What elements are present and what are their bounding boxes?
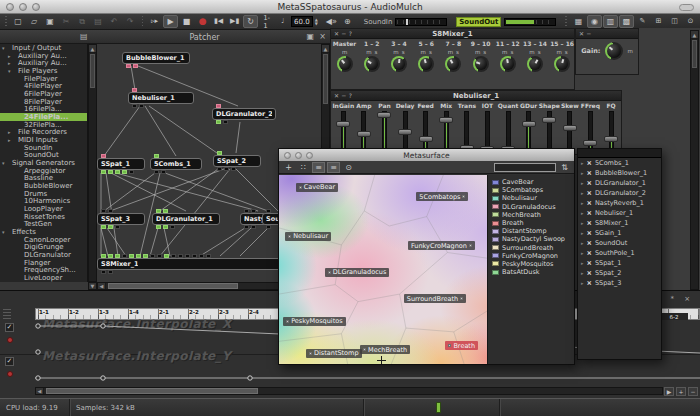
lane-grip[interactable] <box>3 309 11 319</box>
output-port[interactable] <box>139 104 144 108</box>
remove-contraption-icon[interactable]: × <box>587 190 592 197</box>
snapshot-list-item[interactable]: Breath <box>488 219 574 227</box>
output-port[interactable] <box>101 270 106 274</box>
close-window-button[interactable] <box>284 152 291 159</box>
snapshot-search-input[interactable] <box>494 163 556 172</box>
tree-item[interactable]: ▸MIDI Inputs <box>0 136 87 144</box>
channel-solo-button[interactable]: s <box>402 49 405 55</box>
collapse-arrow-icon[interactable]: ▸ <box>8 53 13 59</box>
output-port[interactable] <box>170 225 175 229</box>
tempo-input[interactable]: 60.0 <box>291 16 313 27</box>
tree-item[interactable]: Flanger <box>0 259 87 267</box>
patcher-node[interactable]: DLGranulator_2 <box>212 108 276 120</box>
effect-slider[interactable]: FFreq <box>580 102 601 154</box>
input-port[interactable] <box>251 209 256 213</box>
show-metasurface-button[interactable]: ▩ <box>619 15 634 28</box>
slider-handle[interactable] <box>398 129 412 135</box>
audio-on-button[interactable]: ◀» <box>324 15 339 28</box>
slider-track[interactable] <box>464 111 469 152</box>
input-port[interactable] <box>156 209 161 213</box>
gain-mute-button[interactable]: m <box>627 48 632 54</box>
channel-mute-button[interactable]: m <box>475 49 480 55</box>
input-port[interactable] <box>129 254 134 258</box>
slider-handle[interactable] <box>419 136 433 142</box>
scroll-up-icon[interactable]: ▲ <box>89 45 96 53</box>
add-snapshot-button[interactable]: + <box>282 162 295 173</box>
effect-slider[interactable]: InGain <box>333 102 354 154</box>
zoom-out-button[interactable]: − <box>688 387 698 396</box>
output-port[interactable] <box>126 64 131 68</box>
snapshot-tag[interactable]: Breath <box>445 341 478 350</box>
paste-button[interactable]: ▤ <box>91 15 106 28</box>
effect-slider[interactable]: IOT <box>477 102 498 154</box>
right-scroll-thumb[interactable] <box>692 40 697 68</box>
input-port[interactable] <box>192 254 197 258</box>
snapshot-tag[interactable]: SurroundBreath <box>404 294 466 303</box>
expand-arrow-icon[interactable]: ▾ <box>2 229 7 235</box>
output-port[interactable] <box>217 167 222 171</box>
patcher-node[interactable]: DLGranulator_1 <box>152 213 220 225</box>
output-port[interactable] <box>251 225 256 229</box>
tree-scroll-thumb[interactable] <box>90 54 95 88</box>
go-to-start-button[interactable]: ▮◀ <box>211 15 226 28</box>
envelope-point[interactable] <box>248 376 252 380</box>
mixer-titlebar[interactable]: ✕ ─ ? S8Mixer_1 <box>331 29 574 39</box>
remove-contraption-icon[interactable]: × <box>587 270 592 277</box>
tree-item[interactable]: ▸File Recorders <box>0 128 87 136</box>
input-port[interactable] <box>216 104 221 108</box>
slider-track[interactable] <box>444 111 449 152</box>
effect-slider[interactable]: Amp <box>354 102 375 154</box>
slider-track[interactable] <box>567 111 572 152</box>
snapshot-list-item[interactable]: BatsAtDusk <box>488 268 574 276</box>
effect-slider[interactable]: Pan <box>374 102 395 154</box>
remove-contraption-icon[interactable]: × <box>587 210 592 217</box>
soundout-meter[interactable] <box>504 18 556 26</box>
contraption-row[interactable]: ▸×DLGranulator_2 <box>578 188 661 198</box>
snapshot-list-item[interactable]: SurroundBreath <box>488 244 574 252</box>
channel-solo-button[interactable]: s <box>375 49 378 55</box>
expand-arrow-icon[interactable]: ▸ <box>581 260 584 266</box>
slider-track[interactable] <box>382 111 387 152</box>
output-port[interactable] <box>266 225 271 229</box>
slider-track[interactable] <box>526 111 531 152</box>
remove-contraption-icon[interactable]: × <box>587 200 592 207</box>
channel-knob[interactable] <box>473 56 489 72</box>
show-patcher-button[interactable]: ▦ <box>571 15 586 28</box>
tree-item[interactable]: LiveLooper <box>0 274 87 282</box>
snapshot-list-item[interactable]: DistantStomp <box>488 227 574 235</box>
input-port[interactable] <box>150 254 155 258</box>
tree-item[interactable]: FrequencySh... <box>0 266 87 274</box>
tree-item[interactable]: 16FilePla... <box>0 105 87 113</box>
expand-arrow-icon[interactable]: ▸ <box>581 240 584 246</box>
metronome-icon[interactable]: ♩ <box>275 15 290 28</box>
automation-hscroll-thumb[interactable] <box>46 388 258 394</box>
slider-track[interactable] <box>547 111 552 152</box>
tree-item[interactable]: FilePlayer <box>0 75 87 83</box>
input-port[interactable] <box>185 254 190 258</box>
expand-arrow-icon[interactable]: ▾ <box>2 45 7 51</box>
automation-close-icon[interactable]: × <box>684 295 690 303</box>
contraption-row[interactable]: ▸×Nebuliser_1 <box>578 208 661 218</box>
remove-contraption-icon[interactable]: × <box>587 260 592 267</box>
channel-solo-button[interactable]: s <box>510 49 513 55</box>
toolbar-grip[interactable] <box>565 16 567 27</box>
patcher-node[interactable]: 5Combs_1 <box>150 158 202 170</box>
tree-item[interactable]: ▾File Players <box>0 67 87 75</box>
effect-titlebar[interactable]: ✕ ─ ? Nebuliser_1 <box>331 91 621 101</box>
channel-mute-button[interactable]: m <box>448 49 453 55</box>
tree-item[interactable]: LoopPlayer <box>0 205 87 213</box>
zoom-window-button[interactable] <box>306 152 313 159</box>
slider-handle[interactable] <box>377 112 391 118</box>
patcher-node[interactable]: SSpat_1 <box>97 158 145 170</box>
slider-handle[interactable] <box>336 121 350 127</box>
effect-slider[interactable]: FQ <box>601 102 622 154</box>
expand-arrow-icon[interactable]: ▸ <box>581 160 584 166</box>
scroll-down-icon[interactable]: ▼ <box>88 282 97 290</box>
remove-contraption-icon[interactable]: × <box>587 220 592 227</box>
input-port[interactable] <box>266 209 271 213</box>
minimize-window-button[interactable] <box>295 152 302 159</box>
effect-slider[interactable]: GDur <box>518 102 539 154</box>
tree-item[interactable]: ▾Effects <box>0 228 87 236</box>
list-view-button[interactable]: ≡ <box>312 162 325 173</box>
automation-settings-icon[interactable]: * <box>671 295 675 303</box>
